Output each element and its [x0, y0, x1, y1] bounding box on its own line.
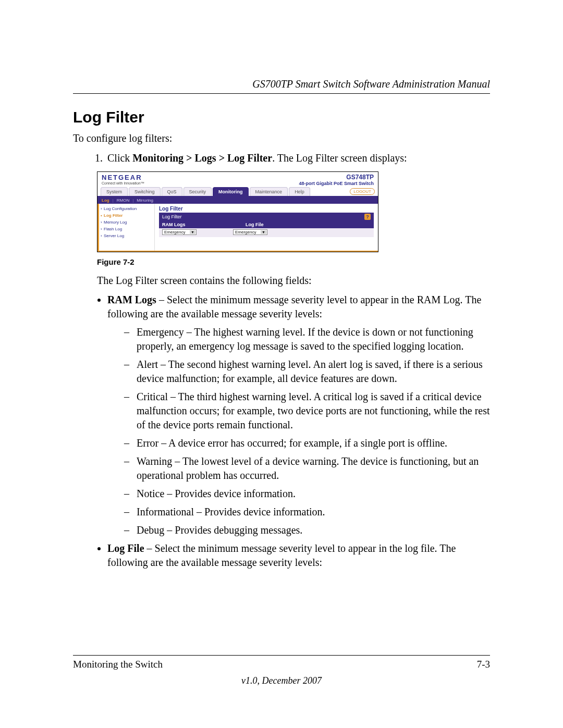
bullet-log-file-text: – Select the minimum message severity le… [107, 542, 456, 568]
model-number: GS748TP [299, 174, 374, 181]
after-figure-text: The Log Filter screen contains the follo… [97, 274, 490, 288]
severity-notice: Notice – Provides device information. [124, 487, 490, 501]
ram-logs-select[interactable]: Emergency ▼ [162, 229, 197, 235]
bullet-log-file-label: Log File [107, 542, 144, 554]
model-description: 48-port Gigabit PoE Smart Switch [299, 181, 374, 186]
panel-bar-label: Log Filter [162, 214, 182, 219]
sidebar-item-server-log[interactable]: Server Log [101, 232, 153, 239]
bullet-log-file: Log File – Select the minimum message se… [107, 541, 490, 570]
section-title: Log Filter [73, 108, 490, 126]
tab-qos[interactable]: QoS [162, 187, 182, 196]
model-block: GS748TP 48-port Gigabit PoE Smart Switch [299, 174, 374, 186]
severity-list: Emergency – The highest warning level. I… [107, 325, 490, 537]
panel-bar: Log Filter ? [159, 213, 374, 221]
ui-body: Log Configuration Log Filter Memory Log … [97, 204, 378, 252]
severity-emergency: Emergency – The highest warning level. I… [124, 325, 490, 353]
sidebar: Log Configuration Log Filter Memory Log … [97, 204, 155, 251]
log-file-select[interactable]: Emergency ▼ [233, 229, 267, 235]
footer-row: Monitoring the Switch 7-3 [73, 659, 490, 670]
help-icon[interactable]: ? [364, 214, 371, 220]
logout-button[interactable]: LOGOUT [350, 188, 375, 195]
tab-help[interactable]: Help [289, 187, 310, 196]
step-list: Click Monitoring > Logs > Log Filter. Th… [73, 151, 490, 165]
subtab-sep-2: | [132, 198, 133, 203]
severity-debug: Debug – Provides debugging messages. [124, 523, 490, 537]
severity-alert: Alert – The second highest warning level… [124, 357, 490, 386]
brand-block: NETGEAR Connect with Innovation™ [102, 174, 144, 186]
subtab-sep-1: | [113, 198, 114, 203]
tab-maintenance[interactable]: Maintenance [250, 187, 288, 196]
step-text-bold: Monitoring > Logs > Log Filter [132, 152, 272, 164]
manual-page: GS700TP Smart Switch Software Administra… [0, 0, 563, 728]
footer-page-number: 7-3 [477, 659, 490, 670]
header-rule [73, 93, 490, 94]
ram-logs-select-value: Emergency [164, 230, 185, 235]
field-description-list: RAM Logs – Select the minimum message se… [73, 293, 490, 570]
switch-ui: NETGEAR Connect with Innovation™ GS748TP… [97, 171, 378, 252]
ui-header: NETGEAR Connect with Innovation™ GS748TP… [97, 172, 378, 187]
figure-caption: Figure 7-2 [97, 257, 490, 266]
sidebar-item-memory-log[interactable]: Memory Log [101, 219, 153, 226]
netgear-logo: NETGEAR [102, 174, 144, 181]
field-label-log-file: Log File [246, 222, 292, 227]
subtab-log[interactable]: Log [102, 198, 109, 203]
subtab-rmon[interactable]: RMON [117, 198, 129, 203]
step-text-a: Click [107, 152, 132, 164]
field-header-row: RAM Logs Log File [159, 221, 374, 228]
subtab-mirroring[interactable]: Mirroring [137, 198, 153, 203]
chevron-down-icon: ▼ [261, 230, 266, 234]
tab-switching[interactable]: Switching [129, 187, 161, 196]
footer-version: v1.0, December 2007 [73, 675, 490, 686]
running-header: GS700TP Smart Switch Software Administra… [73, 78, 490, 90]
sub-tab-row: Log | RMON | Mirroring [97, 197, 378, 204]
figure-7-2: NETGEAR Connect with Innovation™ GS748TP… [97, 171, 490, 252]
step-1: Click Monitoring > Logs > Log Filter. Th… [105, 151, 490, 165]
footer-rule [73, 655, 490, 656]
bullet-ram-logs-label: RAM Logs [107, 294, 156, 305]
bullet-ram-logs: RAM Logs – Select the minimum message se… [107, 293, 490, 537]
panel-title: Log Filter [159, 206, 374, 212]
main-panel: Log Filter Log Filter ? RAM Logs Log Fil… [155, 204, 378, 251]
severity-warning: Warning – The lowest level of a device w… [124, 454, 490, 483]
severity-critical: Critical – The third highest warning lev… [124, 390, 490, 432]
bullet-ram-logs-text: – Select the minimum message severity le… [107, 294, 481, 319]
sidebar-item-log-configuration[interactable]: Log Configuration [101, 205, 153, 212]
severity-error: Error – A device error has occurred; for… [124, 436, 490, 450]
sidebar-item-flash-log[interactable]: Flash Log [101, 226, 153, 232]
tab-security[interactable]: Security [183, 187, 212, 196]
intro-text: To configure log filters: [73, 131, 490, 145]
page-footer: Monitoring the Switch 7-3 v1.0, December… [73, 655, 490, 686]
field-label-ram-logs: RAM Logs [162, 222, 209, 227]
step-text-c: . The Log Filter screen displays: [272, 152, 407, 164]
select-row: Emergency ▼ Emergency ▼ [159, 228, 374, 237]
main-tab-row: System Switching QoS Security Monitoring… [97, 187, 378, 197]
log-file-select-value: Emergency [235, 230, 256, 235]
tab-monitoring[interactable]: Monitoring [213, 187, 249, 196]
chevron-down-icon: ▼ [190, 230, 195, 234]
sidebar-item-log-filter[interactable]: Log Filter [101, 212, 153, 219]
tab-system[interactable]: System [101, 187, 128, 196]
brand-tagline: Connect with Innovation™ [102, 181, 144, 185]
severity-informational: Informational – Provides device informat… [124, 505, 490, 519]
footer-left: Monitoring the Switch [73, 659, 163, 670]
